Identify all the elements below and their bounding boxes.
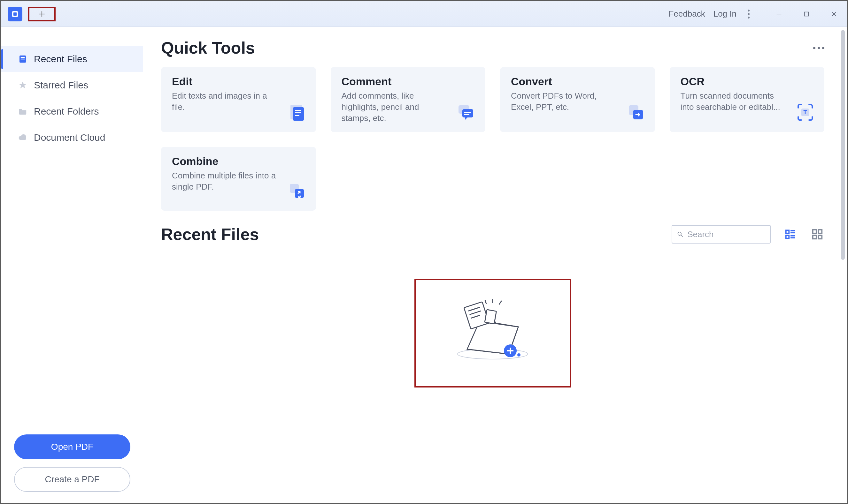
tool-title: Edit: [172, 75, 278, 88]
svg-rect-33: [786, 235, 789, 238]
tool-card-edit[interactable]: Edit Edit texts and images in a file.: [161, 67, 316, 132]
recent-files-icon: [17, 54, 28, 65]
maximize-icon: [803, 11, 810, 18]
ocr-icon: T: [796, 103, 815, 122]
star-icon: [17, 80, 28, 91]
sidebar-item-label: Recent Folders: [34, 106, 99, 117]
svg-marker-19: [465, 118, 467, 120]
kebab-menu-icon[interactable]: [745, 10, 752, 19]
comment-icon: [456, 103, 476, 122]
svg-line-29: [681, 235, 682, 237]
svg-rect-21: [464, 114, 469, 115]
empty-folder-icon: [445, 298, 541, 368]
cloud-icon: [17, 132, 28, 143]
svg-rect-30: [786, 231, 789, 234]
sidebar-item-document-cloud[interactable]: Document Cloud: [1, 125, 143, 151]
svg-rect-15: [295, 112, 301, 113]
create-pdf-button[interactable]: Create a PDF: [14, 467, 131, 492]
tool-desc: Turn scanned documents into searchable o…: [680, 90, 787, 113]
sidebar-item-label: Starred Files: [34, 80, 88, 91]
svg-rect-38: [813, 235, 816, 239]
svg-rect-13: [293, 107, 304, 121]
close-icon: [830, 11, 837, 18]
recent-files-empty: [161, 279, 824, 388]
combine-icon: [287, 181, 307, 200]
login-link[interactable]: Log In: [713, 9, 737, 19]
tool-desc: Convert PDFs to Word, Excel, PPT, etc.: [511, 90, 617, 113]
tool-card-comment[interactable]: Comment Add comments, like highlights, p…: [331, 67, 486, 132]
tool-desc: Combine multiple files into a single PDF…: [172, 170, 278, 193]
tool-title: Convert: [511, 75, 617, 88]
svg-text:T: T: [803, 109, 807, 115]
open-pdf-button[interactable]: Open PDF: [14, 434, 131, 459]
list-view-icon: [784, 228, 797, 240]
drop-zone[interactable]: [414, 279, 571, 388]
search-box[interactable]: [672, 225, 771, 244]
tool-desc: Edit texts and images in a file.: [172, 90, 278, 113]
minimize-icon: [776, 11, 782, 18]
main: Quick Tools Edit Edit texts and images i…: [143, 27, 847, 503]
svg-rect-37: [818, 230, 822, 233]
edit-icon: [287, 103, 307, 122]
tool-desc: Add comments, like highlights, pencil an…: [342, 90, 448, 124]
svg-rect-39: [818, 235, 822, 239]
svg-rect-16: [295, 115, 299, 116]
sidebar-item-recent-files[interactable]: Recent Files: [1, 46, 143, 72]
app-logo[interactable]: [8, 7, 22, 21]
app-logo-icon: [11, 10, 19, 18]
tool-card-combine[interactable]: Combine Combine multiple files into a si…: [161, 147, 316, 211]
sidebar-item-starred-files[interactable]: Starred Files: [1, 72, 143, 98]
grid-view-icon: [811, 228, 824, 240]
search-icon: [677, 231, 683, 238]
new-tab-button[interactable]: [28, 7, 56, 21]
svg-rect-36: [813, 230, 816, 233]
quick-tools-more-icon[interactable]: [813, 47, 824, 49]
sidebar-item-label: Recent Files: [34, 54, 87, 65]
quick-tools-header: Quick Tools: [161, 38, 824, 57]
recent-files-controls: [672, 225, 824, 244]
titlebar: Feedback Log In: [1, 1, 847, 27]
minimize-button[interactable]: [769, 6, 789, 22]
body: Recent Files Starred Files Recent Folder…: [1, 27, 847, 503]
svg-rect-10: [21, 59, 25, 60]
svg-line-48: [499, 301, 502, 305]
svg-point-52: [517, 353, 520, 357]
list-view-button[interactable]: [783, 227, 797, 241]
recent-files-title: Recent Files: [161, 225, 259, 244]
svg-rect-20: [464, 112, 471, 113]
tool-title: OCR: [680, 75, 787, 88]
app-window: Feedback Log In Recent Files: [0, 0, 848, 504]
tool-title: Comment: [342, 75, 448, 88]
svg-rect-9: [21, 57, 25, 58]
close-button[interactable]: [824, 6, 844, 22]
separator: [761, 8, 761, 20]
quick-tools-title: Quick Tools: [161, 38, 255, 57]
tool-card-convert[interactable]: Convert Convert PDFs to Word, Excel, PPT…: [500, 67, 655, 132]
tool-card-ocr[interactable]: OCR Turn scanned documents into searchab…: [670, 67, 825, 132]
feedback-link[interactable]: Feedback: [669, 9, 705, 19]
maximize-button[interactable]: [797, 6, 816, 22]
plus-icon: [38, 10, 46, 18]
titlebar-right: Feedback Log In: [669, 6, 844, 22]
folder-icon: [17, 106, 28, 117]
convert-icon: [626, 103, 645, 122]
quick-tools-grid: Edit Edit texts and images in a file. Co…: [161, 67, 824, 211]
sidebar-item-recent-folders[interactable]: Recent Folders: [1, 98, 143, 125]
svg-rect-27: [295, 189, 304, 198]
svg-line-46: [485, 300, 486, 304]
grid-view-button[interactable]: [810, 227, 824, 241]
svg-rect-45: [485, 310, 496, 324]
recent-files-header: Recent Files: [161, 225, 824, 244]
scrollbar[interactable]: [841, 30, 845, 260]
svg-marker-11: [19, 82, 27, 88]
search-input[interactable]: [687, 230, 765, 239]
sidebar-bottom: Open PDF Create a PDF: [1, 430, 143, 503]
svg-point-28: [678, 232, 681, 236]
svg-rect-14: [295, 110, 301, 111]
tool-title: Combine: [172, 155, 278, 167]
svg-rect-1: [13, 13, 17, 16]
svg-rect-5: [804, 12, 809, 16]
sidebar-item-label: Document Cloud: [34, 132, 105, 143]
svg-rect-18: [462, 109, 473, 118]
sidebar: Recent Files Starred Files Recent Folder…: [1, 27, 143, 503]
